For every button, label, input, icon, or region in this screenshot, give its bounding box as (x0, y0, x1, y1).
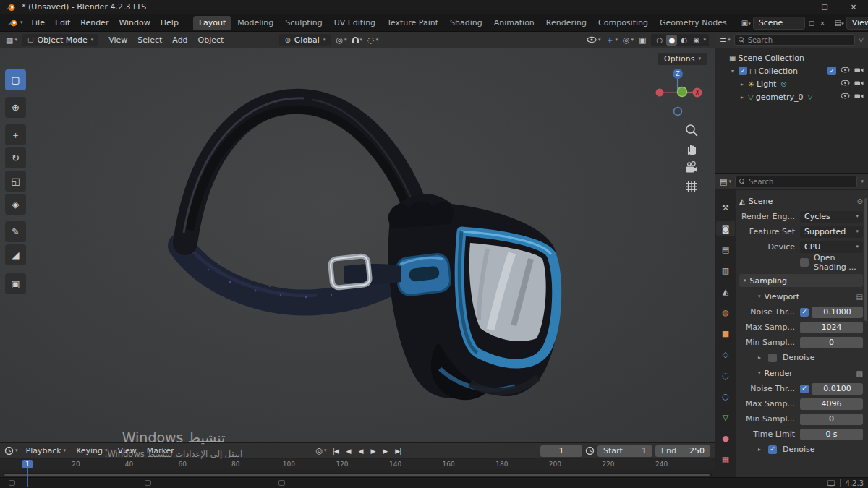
toggle-grid-icon[interactable] (684, 179, 699, 194)
maximize-button[interactable]: □ (810, 0, 839, 14)
workspace-tab-shading[interactable]: Shading (444, 16, 488, 30)
annotate-tool[interactable]: ✎ (5, 221, 26, 242)
scene-browse-icon[interactable]: ▣ (741, 19, 751, 27)
new-scene-button[interactable]: ▢ (807, 19, 817, 27)
select-box-tool[interactable]: ▢ (5, 69, 26, 90)
gizmos-dropdown[interactable]: ＋ (605, 35, 618, 46)
viewport-3d[interactable]: ▦ ▢ Object Mode ViewSelectAddObject ⊕ Gl… (0, 32, 715, 442)
outliner-search-input[interactable]: Search (734, 34, 855, 46)
close-button[interactable]: × (839, 0, 868, 14)
rotate-tool[interactable]: ↻ (5, 147, 26, 168)
expander-icon[interactable]: ▸ (739, 81, 746, 87)
scale-tool[interactable]: ◱ (5, 171, 26, 192)
properties-editor-type-icon[interactable]: ▤ (720, 177, 731, 187)
menu-render[interactable]: Render (75, 16, 114, 30)
denoise-expander-icon[interactable] (758, 354, 765, 361)
workspace-tab-rendering[interactable]: Rendering (540, 16, 592, 30)
menu-help[interactable]: Help (156, 16, 184, 30)
mode-select[interactable]: ▢ Object Mode (22, 34, 98, 46)
timeline-editor[interactable]: PlaybackKeyingViewMarker ◎ |◀◀◀▶▶▶| 1 St… (0, 442, 715, 477)
move-view-hand-icon[interactable] (684, 142, 699, 156)
object-data-tab-icon[interactable]: ▽ (716, 410, 735, 424)
sampling-panel-header[interactable]: Sampling (739, 274, 863, 287)
rendered-shading-button[interactable]: ◉ (691, 35, 702, 46)
preset-menu-icon[interactable]: ▤ (856, 293, 863, 301)
pivot-point-dropdown[interactable]: ◎ (336, 35, 346, 45)
menu-file[interactable]: File (27, 16, 50, 30)
unlink-scene-button[interactable]: × (818, 19, 827, 27)
blender-app-menu-icon[interactable] (4, 19, 26, 27)
render-engine-select[interactable]: Cycles (800, 211, 863, 223)
gizmo-x-neg-axis[interactable] (656, 89, 664, 97)
proportional-editing-icon[interactable]: ◌ (367, 35, 378, 45)
outliner-row-collection[interactable]: ▾▢Collection (715, 64, 868, 77)
workspace-tab-modeling[interactable]: Modeling (231, 16, 279, 30)
jump-start-button[interactable]: |◀ (330, 447, 341, 455)
properties-search-input[interactable]: Search (735, 176, 858, 187)
viewport-noise-field[interactable]: 0.1000 (812, 307, 863, 318)
transform-tool[interactable]: ◈ (5, 194, 26, 215)
play-button[interactable]: ▶ (367, 447, 378, 455)
denoise-expander-icon[interactable] (758, 446, 765, 453)
prev-keyframe-button[interactable]: ◀ (344, 447, 354, 455)
render-min-samples-field[interactable]: 0 (800, 414, 863, 425)
playhead[interactable]: 1 (21, 459, 34, 468)
device-select[interactable]: CPU (800, 241, 863, 253)
current-frame-field[interactable]: 1 (540, 445, 582, 457)
timeline-editor-type-icon[interactable] (4, 446, 18, 455)
viewport-menu-view[interactable]: View (103, 33, 132, 47)
wireframe-shading-button[interactable]: ○ (654, 35, 665, 46)
render-denoise-checkbox[interactable] (768, 445, 777, 454)
render-noise-field[interactable]: 0.0100 (812, 383, 863, 395)
gizmo-z-neg-axis[interactable] (674, 108, 682, 116)
timeline-scrollbar[interactable] (3, 473, 712, 476)
viewport-denoise-checkbox[interactable] (768, 354, 777, 362)
menu-window[interactable]: Window (114, 16, 155, 30)
workspace-tab-animation[interactable]: Animation (488, 16, 540, 30)
navigation-gizmo[interactable]: Z X (652, 67, 703, 119)
zoom-icon[interactable] (684, 123, 699, 137)
world-tab-icon[interactable]: ◍ (716, 305, 735, 320)
xray-toggle[interactable]: ▣ (639, 35, 646, 45)
modifiers-tab-icon[interactable]: ◇ (716, 347, 735, 361)
minimize-button[interactable]: ─ (781, 0, 810, 14)
scene-name-field[interactable]: Scene (753, 17, 805, 30)
timeline-menu-view[interactable]: View (113, 444, 142, 458)
workspace-tab-geometry-nodes[interactable]: Geometry Nodes (654, 16, 733, 30)
hide-in-viewport-eye-icon[interactable] (841, 92, 850, 102)
output-tab-icon[interactable]: ▤ (716, 242, 735, 257)
render-noise-checkbox[interactable] (800, 385, 809, 393)
open-shading-checkbox[interactable] (800, 258, 809, 267)
next-keyframe-button[interactable]: ▶ (380, 447, 390, 455)
viewport-min-samples-field[interactable]: 0 (800, 337, 863, 348)
timeline-menu-keying[interactable]: Keying (71, 444, 112, 458)
timeline-menu-playback[interactable]: Playback (21, 444, 72, 458)
overlays-dropdown[interactable]: ◎ (623, 35, 634, 45)
timeline-menu-marker[interactable]: Marker (142, 444, 179, 458)
render-tab-icon[interactable]: ◙ (716, 221, 735, 236)
collection-include-checkbox[interactable] (739, 67, 747, 75)
outliner-row-geometry-0[interactable]: ▸▽geometry_0▽ (715, 90, 868, 103)
disable-in-renders-camera-icon[interactable] (854, 67, 864, 76)
viewport-menu-add[interactable]: Add (167, 33, 192, 47)
measure-tool[interactable]: ◢ (5, 244, 26, 265)
auto-keying-toggle[interactable]: ◎ (316, 446, 327, 455)
preset-menu-icon[interactable]: ▤ (856, 369, 863, 377)
expander-icon[interactable]: ▾ (729, 68, 736, 74)
viewlayer-browse-icon[interactable]: ▤ (835, 19, 844, 27)
play-reverse-button[interactable]: ◀ (356, 447, 366, 455)
scene-object-dive-mask[interactable] (100, 56, 577, 420)
add-cube-tool[interactable]: ▣ (5, 273, 26, 294)
cursor-tool[interactable]: ⊕ (5, 97, 26, 118)
scene-tab-icon[interactable]: ◭ (716, 284, 735, 299)
snap-magnet-icon[interactable] (352, 37, 363, 43)
breadcrumb-label[interactable]: Scene (749, 197, 773, 206)
workspace-tab-uv-editing[interactable]: UV Editing (328, 16, 381, 30)
gizmo-y-axis[interactable] (678, 87, 687, 97)
menu-edit[interactable]: Edit (50, 16, 75, 30)
frame-start-field[interactable]: Start 1 (597, 445, 652, 457)
outliner-row-light[interactable]: ▸☀Light◎ (715, 77, 868, 90)
pin-icon[interactable]: ⊙ (857, 197, 863, 205)
viewport-menu-object[interactable]: Object (193, 33, 229, 47)
preview-range-clock-icon[interactable] (585, 446, 595, 455)
